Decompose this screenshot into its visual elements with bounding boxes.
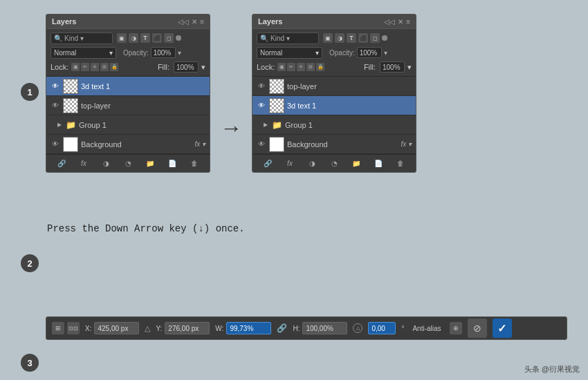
status-dot xyxy=(176,35,181,41)
angle-field[interactable]: 0,00 xyxy=(368,322,396,334)
adjust-icon[interactable]: ◑ xyxy=(129,33,138,43)
layer-name-toplayer: top-layer xyxy=(81,102,205,110)
adjustment-icon-r[interactable]: ◔ xyxy=(329,158,340,169)
fill-chevron: ▾ xyxy=(201,63,205,72)
eye-icon-r-3dtext1[interactable]: 👁 xyxy=(257,102,266,109)
w-group: W: 99,73% xyxy=(215,322,271,334)
right-layer-3dtext1[interactable]: 👁 3d text 1 xyxy=(252,96,416,115)
layer-name-r-toplayer: top-layer xyxy=(287,82,412,91)
lock-all-icon[interactable]: 🔒 xyxy=(110,63,118,71)
confirm-button[interactable]: ✓ xyxy=(493,319,512,338)
opacity-value[interactable]: 100% xyxy=(151,47,176,58)
link-icon-r[interactable]: 🔗 xyxy=(262,158,273,169)
blend-opacity-row: Normal ▾ Opacity: 100% ▾ xyxy=(50,46,205,59)
warp-icon[interactable]: ⊕ xyxy=(450,322,462,334)
lock-a-r[interactable]: ⊞ xyxy=(306,63,315,71)
w-field[interactable]: 99,73% xyxy=(226,322,271,334)
lock-artboard-icon[interactable]: ⊞ xyxy=(100,63,109,71)
smartobj-icon-r[interactable]: ◻ xyxy=(370,33,380,43)
blend-opacity-row-r: Normal ▾ Opacity: 100% ▾ xyxy=(257,46,412,59)
opacity-row: Opacity: 100% ▾ xyxy=(119,47,181,58)
lock-position-icon[interactable]: ✛ xyxy=(91,63,99,71)
kind-chevron-r: ▾ xyxy=(286,35,290,42)
adjustment-icon[interactable]: ◔ xyxy=(122,158,134,169)
double-arrow-icon: ◁◁ xyxy=(178,18,189,26)
kind-search-r[interactable]: 🔍 Kind ▾ xyxy=(257,32,319,44)
expand-group1-r[interactable]: ▶ xyxy=(264,122,268,128)
lock-t-r[interactable]: ▣ xyxy=(277,63,286,71)
shape-icon[interactable]: ⬛ xyxy=(152,33,162,43)
delete-icon[interactable]: 🗑 xyxy=(189,158,200,169)
panels-container: Layers ◁◁ ✕ ≡ 🔍 Kind ▾ xyxy=(46,14,416,173)
adjust-icon-r[interactable]: ◑ xyxy=(335,33,344,43)
text-icon[interactable]: T xyxy=(140,33,150,43)
blend-mode-dropdown-r[interactable]: Normal ▾ xyxy=(257,47,322,59)
lock-all-r[interactable]: 🔒 xyxy=(316,63,324,71)
right-layer-group1[interactable]: ▶ 📁 Group 1 xyxy=(252,115,416,135)
fx-icon[interactable]: fx xyxy=(78,158,89,169)
menu-icon[interactable]: ≡ xyxy=(200,18,204,26)
main-container: 1 Layers ◁◁ ✕ ≡ 🔍 K xyxy=(0,0,588,380)
new-fill-icon-r[interactable]: ◑ xyxy=(306,158,318,169)
link-icon[interactable]: 🔗 xyxy=(56,158,67,169)
left-layer-background[interactable]: 👁 Background fx ▾ xyxy=(46,135,210,154)
folder-new-icon-r[interactable]: 📁 xyxy=(351,158,362,169)
expand-group1[interactable]: ▶ xyxy=(57,122,62,128)
eye-icon-r-background[interactable]: 👁 xyxy=(257,140,266,148)
fx-icon-r[interactable]: fx xyxy=(284,158,295,169)
eye-icon-background[interactable]: 👁 xyxy=(50,140,60,148)
lock-fill-row: Lock: ▣ ✏ ✛ ⊞ 🔒 Fill: 100% ▾ xyxy=(50,61,205,73)
menu-icon-r[interactable]: ≡ xyxy=(406,18,410,26)
lock-image-icon[interactable]: ✏ xyxy=(81,63,89,71)
step3-container: 3 ⊞ ⊡⊡ X: 425,00 px △ Y: 276,00 px xyxy=(21,285,567,372)
close-icon[interactable]: ✕ xyxy=(192,18,197,26)
eye-icon-r-toplayer[interactable]: 👁 xyxy=(257,82,266,90)
layer-name-r-group1: Group 1 xyxy=(285,121,412,129)
delta-icon: △ xyxy=(145,324,150,333)
blend-chevron: ▾ xyxy=(109,49,113,57)
cancel-button[interactable]: ⊘ xyxy=(468,319,487,338)
right-panel-title: Layers xyxy=(258,17,282,26)
fill-value[interactable]: 100% xyxy=(174,61,199,73)
pixel-icon-r[interactable]: ▣ xyxy=(323,33,333,43)
kind-search[interactable]: 🔍 Kind ▾ xyxy=(50,32,113,44)
folder-icon-group1: 📁 xyxy=(66,120,76,130)
left-layer-3dtext1[interactable]: 👁 3d text 1 xyxy=(46,77,210,96)
thumb-r-3dtext1 xyxy=(269,98,284,113)
x-field[interactable]: 425,00 px xyxy=(94,322,139,334)
folder-new-icon[interactable]: 📁 xyxy=(145,158,156,169)
blend-mode-value-r: Normal xyxy=(260,49,282,57)
delete-icon-r[interactable]: 🗑 xyxy=(395,158,406,169)
step1-container: 1 Layers ◁◁ ✕ ≡ 🔍 K xyxy=(21,14,567,173)
new-layer-icon[interactable]: 📄 xyxy=(167,158,178,169)
select-icon2[interactable]: ⊡⊡ xyxy=(67,322,80,334)
y-label: Y: xyxy=(156,325,162,332)
step1-number: 1 xyxy=(21,83,39,101)
link-wh-icon[interactable]: 🔗 xyxy=(277,323,287,333)
eye-icon-3dtext1[interactable]: 👁 xyxy=(50,82,60,90)
fill-label-r: Fill: xyxy=(364,63,376,71)
pixel-icon[interactable]: ▣ xyxy=(117,33,127,43)
right-layer-background[interactable]: 👁 Background fx ▾ xyxy=(252,135,416,154)
left-layer-group1[interactable]: ▶ 📁 Group 1 xyxy=(46,115,210,135)
blend-mode-dropdown[interactable]: Normal ▾ xyxy=(50,47,116,59)
shape-icon-r[interactable]: ⬛ xyxy=(358,33,368,43)
left-panel-titlebar: Layers ◁◁ ✕ ≡ xyxy=(46,15,210,29)
lock-p-r[interactable]: ✛ xyxy=(297,63,305,71)
opacity-value-r[interactable]: 100% xyxy=(357,47,382,58)
close-icon-r[interactable]: ✕ xyxy=(398,18,403,26)
new-fill-icon[interactable]: ◑ xyxy=(100,158,111,169)
select-icon1[interactable]: ⊞ xyxy=(52,322,64,334)
right-layer-toplayer[interactable]: 👁 top-layer xyxy=(252,77,416,96)
fill-chevron-r: ▾ xyxy=(407,63,412,72)
new-layer-icon-r[interactable]: 📄 xyxy=(373,158,384,169)
h-field[interactable]: 100,00% xyxy=(302,322,347,334)
fill-value-r[interactable]: 100% xyxy=(380,61,405,73)
left-layer-toplayer[interactable]: 👁 top-layer xyxy=(46,96,210,115)
y-field[interactable]: 276,00 px xyxy=(165,322,210,334)
text-icon-r[interactable]: T xyxy=(347,33,356,43)
smartobj-icon[interactable]: ◻ xyxy=(164,33,174,43)
lock-transparent-icon[interactable]: ▣ xyxy=(71,63,80,71)
eye-icon-toplayer[interactable]: 👁 xyxy=(50,102,60,109)
lock-i-r[interactable]: ✏ xyxy=(287,63,295,71)
